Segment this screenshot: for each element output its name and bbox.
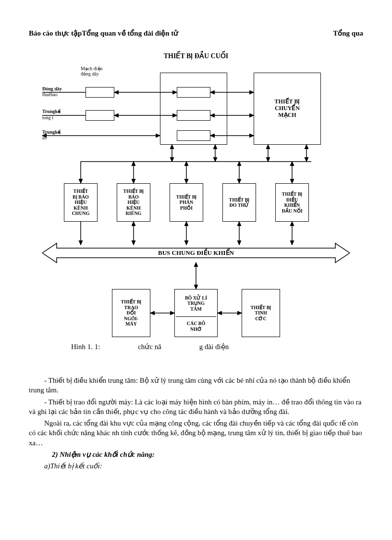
- para-3: Ngoài ra, các tổng đài khu vực của mạng …: [29, 418, 363, 448]
- diagram-title: THIẾT BỊ ĐẦU CUỐI: [29, 52, 363, 60]
- section-heading-2: 2) Nhiệm vụ các khối chức năng:: [29, 450, 363, 459]
- para-2: - Thiết bị trao đổi người máy: Là các lo…: [29, 397, 363, 417]
- bus-bar-label: BUS CHUNG ĐIỀU KHIỂN: [42, 245, 350, 261]
- box-bot2-bot: CÁC BÔ NHỚ: [176, 317, 216, 336]
- para-1: - Thiết bị điều khiển trung tâm: Bộ xử l…: [29, 376, 363, 395]
- box-bot1: THIẾT BỊ TRAO ĐỔI NGŐI- MÁY: [112, 289, 150, 337]
- block-diagram: Mạch điện đồng dây Đòng dây thuêbao Trun…: [42, 63, 350, 371]
- box-bot2: BÔ XỬ LÍ TRỤNG TÂM CÁC BÔ NHỚ: [174, 289, 218, 337]
- box-bot2-top: BÔ XỬ LÍ TRỤNG TÂM: [176, 290, 216, 317]
- box-bot3: THIẾT BỊ TINH CỚC: [242, 289, 280, 337]
- body-text: - Thiết bị điều khiển trung tâm: Bộ xử l…: [29, 376, 363, 471]
- header-left: Báo cáo thực tậpTổng quan về tổng đài đi…: [29, 29, 178, 38]
- figure-caption: Hình 1. 1: chức nă g đài điện: [71, 343, 229, 351]
- subsection-a: a)Thiết bị kết cuối:: [29, 461, 363, 471]
- header-right: Tổng qua: [333, 29, 363, 38]
